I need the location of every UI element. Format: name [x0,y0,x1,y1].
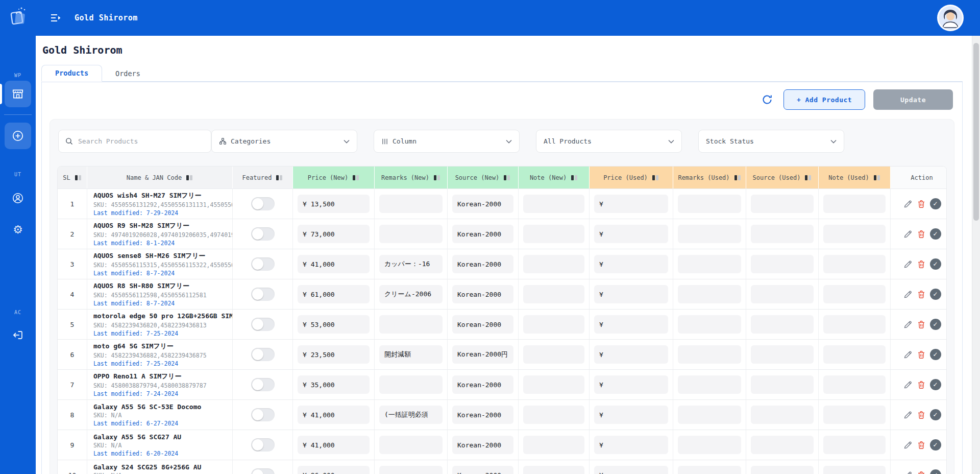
featured-toggle[interactable] [251,197,275,210]
last-modified-link[interactable]: Last modified: 8-7-2024 [93,300,175,307]
source-used-input[interactable] [751,436,814,454]
source-used-input[interactable] [751,225,814,243]
vertical-scrollbar-thumb[interactable] [973,43,979,221]
featured-toggle[interactable] [251,348,275,361]
price-new-input[interactable] [298,285,370,303]
price-new-input[interactable] [298,345,370,364]
header-price-new[interactable]: Price (New) [293,167,375,188]
remarks-used-input[interactable] [678,436,741,454]
product-type-dropdown[interactable]: All Products [536,130,682,153]
note-new-input[interactable] [523,315,584,334]
last-modified-link[interactable]: Last modified: 7-29-2024 [93,209,178,217]
tab-orders[interactable]: Orders [102,65,154,82]
last-modified-link[interactable]: Last modified: 7-25-2024 [93,330,178,337]
delete-button[interactable] [917,229,926,239]
remarks-new-input[interactable] [379,285,443,303]
note-new-input[interactable] [523,436,584,454]
last-modified-link[interactable]: Last modified: 7-24-2024 [93,390,178,397]
confirm-button[interactable]: ✓ [930,198,941,209]
price-used-input[interactable] [594,195,668,213]
delete-button[interactable] [917,440,926,450]
featured-toggle[interactable] [251,288,275,301]
last-modified-link[interactable]: Last modified: 6-27-2024 [93,420,178,427]
delete-button[interactable] [917,259,926,269]
delete-button[interactable] [917,320,926,329]
price-new-input[interactable] [298,195,370,213]
price-new-input[interactable] [298,466,370,474]
delete-button[interactable] [917,290,926,299]
sidebar-add-button[interactable] [5,123,31,149]
edit-button[interactable] [903,320,913,329]
price-used-input[interactable] [594,315,668,334]
edit-button[interactable] [903,199,913,209]
source-new-input[interactable] [452,375,513,394]
confirm-button[interactable]: ✓ [930,228,941,240]
price-used-input[interactable] [594,285,668,303]
header-source-used[interactable]: Source (Used) [746,167,819,188]
confirm-button[interactable]: ✓ [930,289,941,300]
app-logo-shopping-bag-icon[interactable] [7,5,29,28]
delete-button[interactable] [917,470,926,474]
note-new-input[interactable] [523,466,584,474]
note-used-input[interactable] [823,225,886,243]
header-sl[interactable]: SL [58,167,87,188]
note-new-input[interactable] [523,225,584,243]
price-new-input[interactable] [298,315,370,334]
price-used-input[interactable] [594,466,668,474]
sidebar-item-store[interactable] [5,81,31,107]
remarks-new-input[interactable] [379,315,443,334]
menu-toggle-icon[interactable] [50,13,61,22]
note-used-input[interactable] [823,315,886,334]
featured-toggle[interactable] [251,318,275,331]
update-button[interactable]: Update [873,89,953,110]
price-used-input[interactable] [594,345,668,364]
last-modified-link[interactable]: Last modified: 6-20-2024 [93,450,178,457]
source-new-input[interactable] [452,466,513,474]
tab-products[interactable]: Products [41,65,102,82]
note-used-input[interactable] [823,436,886,454]
featured-toggle[interactable] [251,438,275,452]
price-new-input[interactable] [298,255,370,273]
sidebar-logout-button[interactable] [5,322,31,348]
remarks-used-input[interactable] [678,375,741,394]
header-note-used[interactable]: Note (Used) [819,167,891,188]
source-used-input[interactable] [751,345,814,364]
note-new-input[interactable] [523,285,584,303]
remarks-used-input[interactable] [678,406,741,424]
source-new-input[interactable] [452,315,513,334]
note-new-input[interactable] [523,345,584,364]
edit-button[interactable] [903,380,913,390]
price-used-input[interactable] [594,406,668,424]
price-new-input[interactable] [298,375,370,394]
categories-dropdown[interactable]: Categories [211,130,357,153]
remarks-new-input[interactable] [379,436,443,454]
source-new-input[interactable] [452,255,513,273]
user-avatar[interactable] [937,5,964,31]
edit-button[interactable] [903,229,913,239]
delete-button[interactable] [917,350,926,360]
confirm-button[interactable]: ✓ [930,469,941,474]
source-used-input[interactable] [751,195,814,213]
source-used-input[interactable] [751,285,814,303]
featured-toggle[interactable] [251,257,275,271]
price-new-input[interactable] [298,225,370,243]
remarks-new-input[interactable] [379,406,443,424]
source-used-input[interactable] [751,255,814,273]
header-note-new[interactable]: Note (New) [519,167,590,188]
featured-toggle[interactable] [251,227,275,241]
source-new-input[interactable] [452,406,513,424]
note-used-input[interactable] [823,406,886,424]
confirm-button[interactable]: ✓ [930,349,941,360]
note-new-input[interactable] [523,406,584,424]
price-new-input[interactable] [298,406,370,424]
note-new-input[interactable] [523,375,584,394]
confirm-button[interactable]: ✓ [930,409,941,420]
note-used-input[interactable] [823,285,886,303]
note-used-input[interactable] [823,345,886,364]
refresh-button[interactable] [759,91,775,108]
remarks-new-input[interactable] [379,225,443,243]
header-featured[interactable]: Featured [233,167,293,188]
vertical-scrollbar-track[interactable] [972,36,980,474]
search-input[interactable] [78,137,205,145]
remarks-used-input[interactable] [678,285,741,303]
